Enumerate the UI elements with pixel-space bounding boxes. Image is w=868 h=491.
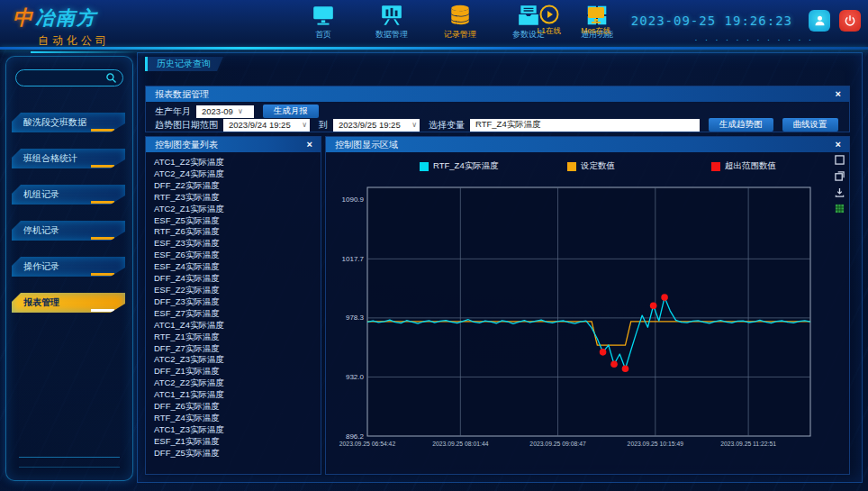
sidebar-search [15, 69, 123, 86]
chart-legend: RTF_Z4实际温度 设定数值 超出范围数值 [326, 160, 849, 173]
application-window: 中 冶南方 自动化公司 首页数据管理记录管理参数设定通用功能 L1在线 [0, 0, 868, 491]
download-icon[interactable] [835, 187, 845, 197]
svg-text:2023.09.25 10:15:49: 2023.09.25 10:15:49 [628, 441, 684, 447]
sidebar-item-班组合格统计[interactable]: 班组合格统计 [12, 149, 125, 168]
sidebar-item-酸洗段交班数据[interactable]: 酸洗段交班数据 [12, 113, 125, 132]
sidebar-item-报表管理[interactable]: 报表管理 [12, 293, 125, 313]
sidebar-menu: 酸洗段交班数据班组合格统计机组记录停机记录操作记录报表管理 [6, 96, 132, 313]
chevron-down-icon: ∨ [411, 121, 417, 129]
close-icon[interactable]: × [833, 89, 844, 99]
month-select-value: 2023-09 [202, 106, 233, 116]
range-end-value: 2023/9/25 19:25 [339, 120, 407, 130]
variable-label: 选择变量 [429, 119, 465, 132]
legend-item-setpoint[interactable]: 设定数值 [567, 160, 615, 172]
variable-list-item[interactable]: ATC1_Z2实际温度 [154, 157, 321, 168]
generate-trend-button[interactable]: 生成趋势图 [709, 118, 773, 132]
sidebar-item-机组记录[interactable]: 机组记录 [12, 185, 125, 205]
range-label: 趋势图日期范围 [155, 119, 218, 132]
variable-list-item[interactable]: RTF_Z6实际温度 [154, 226, 321, 238]
svg-text:932.0: 932.0 [346, 373, 365, 381]
variable-list-item[interactable]: RTF_Z1实际温度 [154, 332, 321, 343]
database-icon [447, 4, 474, 27]
person-icon [813, 14, 827, 27]
variable-list-item[interactable]: DFF_Z5实际温度 [154, 448, 321, 459]
board-icon [378, 4, 405, 27]
generate-month-report-button[interactable]: 生成月报 [263, 105, 319, 118]
variable-list-item[interactable]: RTF_Z4实际温度 [154, 413, 321, 424]
play-icon [538, 4, 560, 25]
power-button[interactable] [839, 10, 861, 32]
power-icon [844, 14, 856, 27]
report-panel-title: 报表数据管理 [155, 88, 833, 101]
variable-list-item[interactable]: ATC2_Z2实际温度 [154, 377, 321, 389]
svg-text:896.2: 896.2 [346, 432, 365, 441]
month-select[interactable]: 2023-09 ∨ [196, 105, 254, 118]
l1-status-label: L1在线 [538, 26, 561, 37]
nav-item-首页[interactable]: 首页 [295, 4, 351, 41]
trend-chart: 1090.91017.7978.3932.0896.22023.09.25 06… [331, 177, 825, 463]
zoom-box-icon[interactable] [835, 155, 845, 165]
sidebar-item-操作记录[interactable]: 操作记录 [12, 257, 125, 277]
company-logo: 中 冶南方 自动化公司 [13, 5, 139, 53]
export-excel-icon[interactable] [835, 204, 845, 214]
variable-list-item[interactable]: ATC1_Z1实际温度 [154, 389, 321, 401]
close-icon[interactable]: × [304, 140, 315, 150]
variable-list-item[interactable]: ATC2_Z4实际温度 [154, 168, 321, 180]
chart-panel-header: 控制图显示区域 × [326, 137, 849, 152]
variable-list-item[interactable]: DFF_Z4实际温度 [154, 273, 321, 285]
logo-icon: 中 [13, 5, 32, 32]
variable-list-item[interactable]: ATC2_Z3实际温度 [154, 354, 321, 366]
curve-settings-button[interactable]: 曲线设置 [782, 118, 838, 132]
svg-text:2023.09.25 09:08:47: 2023.09.25 09:08:47 [529, 441, 586, 447]
svg-text:978.3: 978.3 [346, 314, 365, 322]
legend-label-setpoint: 设定数值 [581, 160, 615, 172]
variable-list-item[interactable]: ESF_Z1实际温度 [154, 436, 321, 448]
variable-list-item[interactable]: ATC1_Z3实际温度 [154, 424, 321, 436]
variable-list-item[interactable]: DFF_Z2实际温度 [154, 180, 321, 192]
variable-list-item[interactable]: ESF_Z7实际温度 [154, 308, 321, 320]
nav-item-记录管理[interactable]: 记录管理 [432, 4, 488, 41]
mes-status: Mes在线 [577, 4, 615, 37]
left-sidebar: 酸洗段交班数据班组合格统计机组记录停机记录操作记录报表管理 [5, 56, 133, 481]
svg-text:2023.09.25 11:22:51: 2023.09.25 11:22:51 [720, 441, 776, 447]
variable-panel-header: 控制图变量列表 × [146, 137, 321, 152]
variable-list-item[interactable]: RTF_Z3实际温度 [154, 192, 321, 204]
variable-list-item[interactable]: ESF_Z4实际温度 [154, 261, 321, 273]
legend-item-actual[interactable]: RTF_Z4实际温度 [420, 160, 499, 172]
variable-list-item[interactable]: ESF_Z3实际温度 [154, 238, 321, 250]
chevron-down-icon: ∨ [302, 121, 307, 129]
legend-item-outofrange[interactable]: 超出范围数值 [711, 160, 776, 172]
variable-list-item[interactable]: ESF_Z2实际温度 [154, 285, 321, 296]
variable-list-item[interactable]: DFF_Z1实际温度 [154, 366, 321, 377]
variable-list-item[interactable]: ATC2_Z1实际温度 [154, 204, 321, 215]
legend-swatch-setpoint [567, 162, 576, 171]
mes-status-label: Mes在线 [581, 26, 610, 37]
logo-title: 冶南方 [35, 5, 97, 31]
nav-item-label: 记录管理 [444, 29, 476, 41]
variable-list: ATC1_Z2实际温度ATC2_Z4实际温度DFF_Z2实际温度RTF_Z3实际… [146, 154, 321, 472]
svg-text:1090.9: 1090.9 [342, 195, 365, 204]
variable-input[interactable] [470, 119, 700, 132]
range-end-select[interactable]: 2023/9/25 19:25 ∨ [333, 119, 420, 132]
page-tab[interactable]: 历史记录查询 [145, 57, 223, 71]
to-label: 到 [319, 119, 328, 132]
variable-list-item[interactable]: DFF_Z3实际温度 [154, 296, 321, 308]
variable-list-item[interactable]: DFF_Z6实际温度 [154, 401, 321, 413]
restore-icon[interactable] [835, 171, 845, 181]
search-input[interactable] [16, 73, 105, 83]
variable-list-item[interactable]: ESF_Z5实际温度 [154, 215, 321, 227]
l1-status: L1在线 [530, 4, 568, 37]
search-icon[interactable] [105, 72, 117, 84]
month-label: 生产年月 [155, 105, 191, 118]
variable-list-item[interactable]: ATC1_Z4实际温度 [154, 320, 321, 332]
user-avatar-button[interactable] [809, 10, 830, 32]
nav-item-数据管理[interactable]: 数据管理 [364, 4, 420, 41]
variable-list-item[interactable]: DFF_Z7实际温度 [154, 343, 321, 355]
logo-underline [31, 51, 139, 53]
chart-panel-title: 控制图显示区域 [335, 139, 833, 151]
close-icon[interactable]: × [833, 140, 844, 150]
datetime-display: 2023-09-25 19:26:23 [631, 14, 792, 28]
variable-list-item[interactable]: ESF_Z6实际温度 [154, 250, 321, 261]
sidebar-item-停机记录[interactable]: 停机记录 [12, 221, 125, 241]
range-start-select[interactable]: 2023/9/24 19:25 ∨ [223, 119, 310, 132]
